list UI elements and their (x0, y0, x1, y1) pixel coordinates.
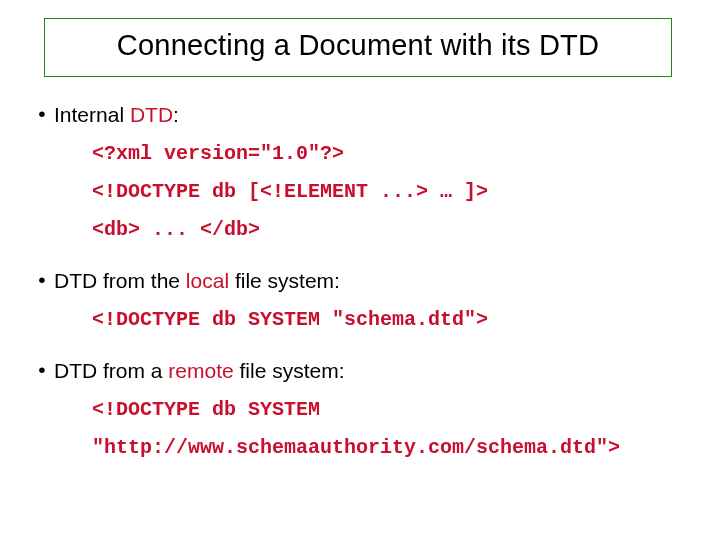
bullet-internal-dtd: • Internal DTD: (30, 102, 690, 128)
slide-content: • Internal DTD: <?xml version="1.0"?> <!… (30, 102, 690, 482)
code-line-3b: "http://www.schemaauthority.com/schema.d… (92, 436, 690, 460)
bullet2-pre: DTD from the (54, 269, 186, 292)
code-block-2: <!DOCTYPE db SYSTEM "schema.dtd"> (92, 308, 690, 332)
bullet2-post: file system: (229, 269, 340, 292)
bullet-glyph: • (30, 268, 54, 292)
bullet-remote-fs: • DTD from a remote file system: (30, 358, 690, 384)
code-line-1a: <?xml version="1.0"?> (92, 142, 690, 166)
bullet-local-fs: • DTD from the local file system: (30, 268, 690, 294)
code-block-3: <!DOCTYPE db SYSTEM "http://www.schemaau… (92, 398, 690, 460)
bullet-text-1: Internal DTD: (54, 102, 179, 128)
code-block-1: <?xml version="1.0"?> <!DOCTYPE db [<!EL… (92, 142, 690, 242)
bullet-glyph: • (30, 358, 54, 382)
bullet3-pre: DTD from a (54, 359, 168, 382)
bullet-text-2: DTD from the local file system: (54, 268, 340, 294)
bullet-glyph: • (30, 102, 54, 126)
code-line-2a: <!DOCTYPE db SYSTEM "schema.dtd"> (92, 308, 690, 332)
code-line-1b: <!DOCTYPE db [<!ELEMENT ...> … ]> (92, 180, 690, 204)
title-box: Connecting a Document with its DTD (44, 18, 672, 77)
bullet3-red: remote (168, 359, 233, 382)
bullet3-post: file system: (234, 359, 345, 382)
slide-title: Connecting a Document with its DTD (53, 29, 663, 62)
bullet1-pre: Internal (54, 103, 130, 126)
bullet-text-3: DTD from a remote file system: (54, 358, 345, 384)
bullet1-post: : (173, 103, 179, 126)
code-line-1c: <db> ... </db> (92, 218, 690, 242)
bullet2-red: local (186, 269, 229, 292)
code-line-3a: <!DOCTYPE db SYSTEM (92, 398, 690, 422)
bullet1-red: DTD (130, 103, 173, 126)
